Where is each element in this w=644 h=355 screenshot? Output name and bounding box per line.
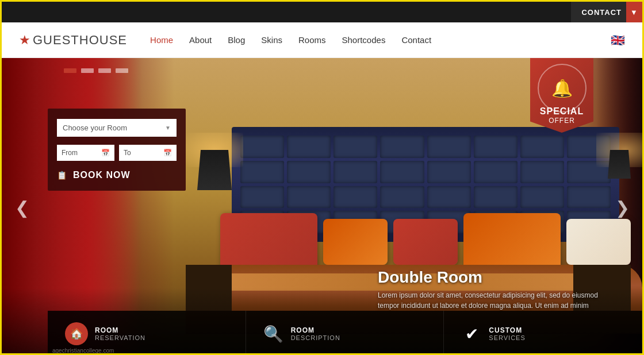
bell-icon: 🔔 <box>551 78 573 98</box>
feature-custom-services[interactable]: ✔ CUSTOM SERVICES <box>444 311 642 355</box>
room-description-sublabel: DESCRIPTION <box>291 334 340 341</box>
nav-item-about[interactable]: About <box>189 35 212 45</box>
logo[interactable]: ★ GUESTHOUSE <box>19 33 127 48</box>
watermark: agechristiancollege.com <box>52 348 114 354</box>
hero-section: ❮ ❯ Choose your Room ▼ From 📅 To 📅 📋 BOO… <box>2 58 642 355</box>
tuft <box>287 186 331 209</box>
nav-item-contact[interactable]: Contact <box>401 35 431 45</box>
room-description-label: ROOM <box>291 326 340 334</box>
main-nav: Home About Blog Skins Rooms Shortcodes C… <box>150 33 625 47</box>
tuft <box>474 186 518 209</box>
tuft <box>474 161 518 183</box>
room-title: Double Room <box>378 268 608 287</box>
pillow-orange-large <box>463 213 561 271</box>
tuft <box>474 136 518 158</box>
contact-button[interactable]: CONTACT ▼ <box>571 2 642 22</box>
logo-light: HOUSE <box>79 33 127 47</box>
room-reservation-label: ROOM <box>95 326 145 334</box>
to-label: To <box>124 149 131 157</box>
to-calendar-icon: 📅 <box>163 149 172 157</box>
room-description: Lorem ipsum dolor sit amet, consectetur … <box>378 290 608 311</box>
room-select[interactable]: Choose your Room ▼ <box>57 119 177 137</box>
top-bar: CONTACT ▼ <box>2 2 642 22</box>
room-reservation-text: ROOM RESERVATION <box>95 326 145 341</box>
pillows <box>220 219 631 271</box>
nav-item-blog[interactable]: Blog <box>228 35 245 45</box>
room-reservation-icon: 🏠 <box>70 327 83 340</box>
pillow-orange <box>323 219 388 265</box>
prev-arrow[interactable]: ❮ <box>10 190 33 225</box>
custom-services-icon-wrap: ✔ <box>461 323 482 344</box>
tuft <box>427 136 471 158</box>
tuft <box>287 161 331 183</box>
slider-dots <box>64 68 128 73</box>
pillow-red-large <box>220 213 317 271</box>
slide-dot-3[interactable] <box>98 68 111 73</box>
to-date-field[interactable]: To 📅 <box>119 145 177 161</box>
custom-services-sublabel: SERVICES <box>489 334 525 341</box>
from-label: From <box>62 149 78 157</box>
tuft <box>240 136 284 158</box>
room-select-arrow-icon: ▼ <box>165 125 171 131</box>
date-row: From 📅 To 📅 <box>57 145 177 161</box>
nav-item-rooms[interactable]: Rooms <box>298 35 326 45</box>
tuft <box>427 186 471 209</box>
slide-dot-4[interactable] <box>116 68 128 73</box>
tuft <box>380 161 424 183</box>
nav-item-shortcodes[interactable]: Shortcodes <box>342 35 386 45</box>
tuft <box>520 136 564 158</box>
search-icon: 🔍 <box>263 325 283 344</box>
from-calendar-icon: 📅 <box>101 149 110 157</box>
special-offer-circle: 🔔 <box>538 64 586 113</box>
tuft <box>334 186 377 209</box>
tuft <box>567 186 611 209</box>
nav-item-home[interactable]: Home <box>150 35 173 45</box>
contact-label: CONTACT <box>581 8 622 17</box>
header: ★ GUESTHOUSE Home About Blog Skins Rooms… <box>2 22 642 58</box>
from-date-field[interactable]: From 📅 <box>57 145 114 161</box>
room-reservation-sublabel: RESERVATION <box>95 334 145 341</box>
star-icon: ★ <box>19 33 30 48</box>
tuft <box>380 186 424 209</box>
slide-dot-1[interactable] <box>64 68 76 73</box>
logo-text: GUESTHOUSE <box>33 33 127 48</box>
lamp-right <box>608 150 631 179</box>
pillow-white <box>566 219 631 265</box>
feature-room-description[interactable]: 🔍 ROOM DESCRIPTION <box>246 311 444 355</box>
room-description-icon-wrap: 🔍 <box>263 323 284 344</box>
next-arrow[interactable]: ❯ <box>611 190 634 225</box>
special-offer-badge[interactable]: 🔔 SPECIAL OFFER <box>530 58 593 133</box>
tuft <box>334 161 377 183</box>
tuft <box>287 136 331 158</box>
language-flag[interactable]: 🇬🇧 <box>611 33 625 47</box>
contact-dropdown-arrow[interactable]: ▼ <box>626 2 642 22</box>
room-description-text: ROOM DESCRIPTION <box>291 326 340 341</box>
next-arrow-icon: ❯ <box>615 198 630 218</box>
tuft <box>520 161 564 183</box>
room-info: Double Room Lorem ipsum dolor sit amet, … <box>378 268 608 311</box>
room-reservation-icon-wrap: 🏠 <box>65 322 88 345</box>
booking-widget: Choose your Room ▼ From 📅 To 📅 📋 BOOK NO… <box>48 109 186 191</box>
watermark-text: agechristiancollege.com <box>52 348 114 354</box>
lamp-shade-right <box>608 150 631 179</box>
book-icon: 📋 <box>57 171 67 180</box>
room-select-label: Choose your Room <box>63 124 127 132</box>
offer-label: OFFER <box>549 117 575 125</box>
tuft <box>334 136 377 158</box>
slide-dot-2[interactable] <box>81 68 94 73</box>
checkmark-icon: ✔ <box>465 325 478 344</box>
custom-services-text: CUSTOM SERVICES <box>489 326 525 341</box>
tuft <box>240 161 284 183</box>
nav-item-skins[interactable]: Skins <box>261 35 282 45</box>
custom-services-label: CUSTOM <box>489 326 525 334</box>
book-now-button[interactable]: 📋 BOOK NOW <box>57 170 177 180</box>
lamp-left <box>197 150 232 190</box>
tuft <box>427 161 471 183</box>
features-bar: 🏠 ROOM RESERVATION 🔍 ROOM DESCRIPTION ✔ … <box>48 311 642 355</box>
tuft <box>380 136 424 158</box>
pillow-red <box>393 219 458 265</box>
tuft <box>240 186 284 209</box>
prev-arrow-icon: ❮ <box>15 198 29 218</box>
book-label: BOOK NOW <box>73 170 131 180</box>
lamp-shade-left <box>197 150 232 190</box>
